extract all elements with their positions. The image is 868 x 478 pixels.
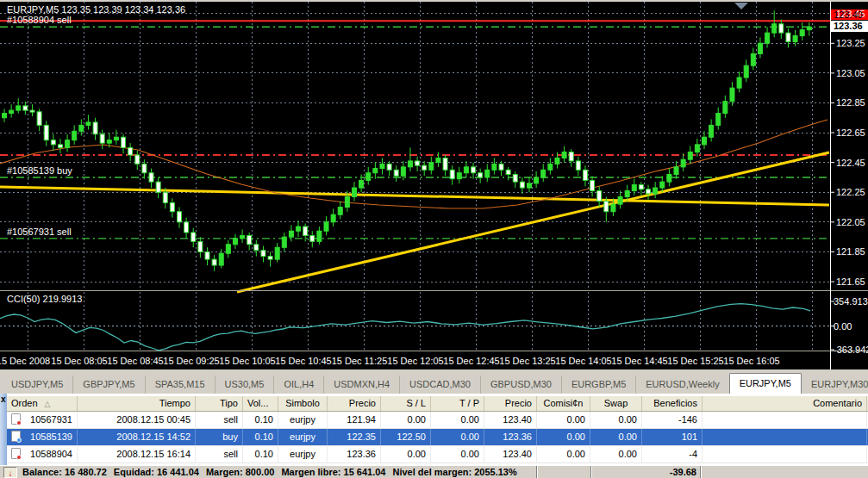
- candle: [205, 251, 209, 259]
- order-cell: 101: [642, 429, 703, 445]
- tab-usdjpy-m5[interactable]: USDJPY,M5: [2, 376, 72, 394]
- candle: [30, 110, 34, 112]
- buy-order-icon: [11, 431, 21, 442]
- time-axis-label: 15 Dec 12:45: [443, 356, 499, 366]
- price-chart-canvas[interactable]: EURJPY,M5 123.35 123.39 123.34 123.36#10…: [0, 2, 868, 369]
- column-header-precio[interactable]: Precio: [484, 396, 537, 411]
- tab-spa35-m15[interactable]: SPA35,M15: [145, 376, 215, 394]
- time-axis-label: 15 Dec 10:45: [275, 356, 331, 366]
- order-cell: 2008.12.15 00:45: [78, 412, 196, 428]
- column-header-vol-[interactable]: Vol...: [243, 396, 278, 411]
- candle: [254, 245, 259, 251]
- candle: [443, 158, 447, 170]
- sell-order-icon: [11, 413, 21, 425]
- order-row[interactable]: 105679312008.12.15 00:45sell0.10eurjpy12…: [7, 412, 868, 429]
- candle: [394, 170, 398, 176]
- order-cell: 0.00: [590, 412, 642, 428]
- status-separator: [700, 466, 702, 478]
- price-axis-tick-label: 122.25: [836, 187, 865, 197]
- candle: [261, 251, 265, 257]
- order-cell: [703, 429, 867, 445]
- price-axis-tick-label: 122.45: [836, 158, 865, 168]
- time-axis-label: 15 Dec 14:05: [555, 356, 611, 366]
- column-header-s-l[interactable]: S / L: [381, 396, 431, 411]
- tab-oil-h4[interactable]: OIL,H4: [273, 376, 323, 394]
- terminal-panel: x Orden△TiempoTipoVol...SimboloPrecioS /…: [0, 394, 868, 465]
- column-header-precio[interactable]: Precio: [328, 396, 381, 411]
- candle: [373, 169, 378, 173]
- candle: [786, 33, 790, 41]
- tab-eurusd-weekly[interactable]: EURUSD,Weekly: [635, 376, 728, 394]
- order-id-cell: 10588904: [7, 446, 78, 462]
- free-margin-value: Margen libre: 15 641.04: [281, 467, 385, 477]
- candle: [744, 65, 748, 78]
- order-cell: 0.10: [243, 446, 278, 462]
- order-id-cell: 10567931: [7, 412, 78, 428]
- column-header-comisi-n[interactable]: Comisi¢n: [537, 396, 590, 411]
- column-header-tipo[interactable]: Tipo: [196, 396, 243, 411]
- candle: [44, 125, 48, 140]
- candle: [772, 24, 777, 33]
- candle: [331, 214, 335, 222]
- order-cell: buy: [196, 429, 243, 445]
- time-axis-label: 15 Dec 14:45: [611, 356, 667, 366]
- candle: [37, 112, 41, 126]
- candle: [576, 161, 580, 170]
- candle: [51, 140, 55, 145]
- tab-eurgbp-m5[interactable]: EURGBP,M5: [561, 376, 635, 394]
- order-row[interactable]: 105889042008.12.15 16:14sell0.10eurjpy12…: [7, 446, 868, 463]
- status-trade-icon: ↓: [3, 467, 17, 478]
- order-id-cell: 10585139: [7, 429, 78, 445]
- tab-us30-m5[interactable]: US30,M5: [215, 376, 274, 394]
- candle: [793, 36, 797, 42]
- time-axis-label: 15 Dec 08:05: [51, 356, 107, 366]
- tab-usdcad-m30[interactable]: USDCAD,M30: [399, 376, 480, 394]
- candle: [178, 212, 182, 222]
- arrow-down-icon: ↓: [9, 469, 13, 478]
- candle: [562, 152, 566, 158]
- order-cell: 123.36: [484, 429, 537, 445]
- order-cell: 0.00: [431, 412, 484, 428]
- candle: [471, 167, 476, 173]
- order-cell: 0.00: [537, 446, 590, 462]
- candle: [429, 163, 434, 171]
- candle: [156, 182, 160, 192]
- candle: [639, 185, 643, 189]
- candle: [653, 188, 658, 194]
- candle: [597, 191, 602, 202]
- candle: [758, 43, 762, 53]
- candle: [353, 188, 357, 196]
- column-header-beneficios[interactable]: Beneficios: [642, 396, 703, 411]
- candle: [646, 189, 651, 194]
- candle: [303, 227, 308, 235]
- tab-eurjpy-m30[interactable]: EURJPY,M30: [802, 376, 868, 394]
- order-cell: -146: [642, 412, 703, 428]
- candle: [457, 173, 461, 179]
- order-cell: 0.00: [537, 429, 590, 445]
- column-header-tiempo[interactable]: Tiempo: [78, 396, 196, 411]
- tab-eurjpy-m5[interactable]: EURJPY,M5: [729, 373, 802, 394]
- tab-gbpusd-m30[interactable]: GBPUSD,M30: [480, 376, 561, 394]
- order-cell: 123.36: [328, 446, 381, 462]
- candle: [107, 140, 111, 143]
- order-cell: -4: [642, 446, 703, 462]
- trade-label: #10588904 sell: [7, 15, 72, 25]
- candle: [703, 137, 707, 145]
- candle: [590, 180, 595, 190]
- candle: [464, 167, 468, 173]
- column-header-orden[interactable]: Orden△: [7, 396, 78, 411]
- column-header-t-p[interactable]: T / P: [431, 396, 484, 411]
- candle: [79, 125, 84, 131]
- order-cell: [703, 446, 867, 462]
- time-axis-label: 15 Dec 09:25: [163, 356, 219, 366]
- column-header-swap[interactable]: Swap: [590, 396, 642, 411]
- candle: [387, 164, 391, 170]
- candle: [191, 233, 196, 241]
- column-header-comentario[interactable]: Comentario: [703, 396, 867, 411]
- order-row[interactable]: 105851392008.12.15 14:52buy0.10eurjpy122…: [7, 429, 868, 446]
- candle: [3, 114, 7, 118]
- candle: [688, 152, 692, 160]
- column-header-simbolo[interactable]: Simbolo: [278, 396, 328, 411]
- tab-gbpjpy-m5[interactable]: GBPJPY,M5: [72, 376, 144, 394]
- tab-usdmxn-h4[interactable]: USDMXN,H4: [323, 376, 399, 394]
